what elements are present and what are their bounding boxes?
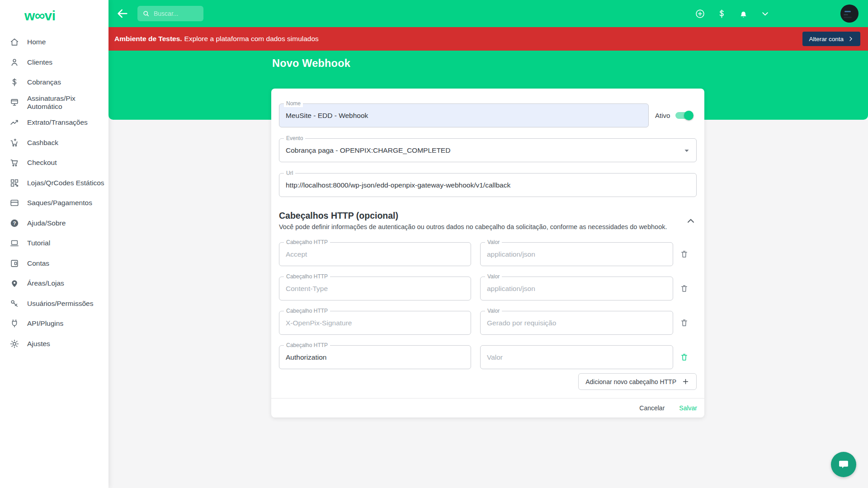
delete-header-button[interactable] — [673, 348, 695, 366]
header-value-field — [480, 345, 673, 369]
header-value-input[interactable] — [481, 311, 673, 334]
search-box[interactable] — [137, 6, 203, 21]
person-icon — [9, 57, 19, 67]
trash-icon — [679, 318, 689, 328]
sidebar-item-label: Áreas/Lojas — [27, 279, 64, 287]
event-select[interactable]: Evento Cobrança paga - OPENPIX:CHARGE_CO… — [279, 138, 697, 162]
name-field: Nome — [279, 103, 649, 127]
sidebar-item-api-plugins[interactable]: API/Plugins — [0, 314, 108, 334]
header-key-input[interactable] — [279, 243, 471, 266]
name-input[interactable] — [279, 104, 648, 127]
chevron-up-icon — [685, 215, 697, 227]
sidebar-item-cashback[interactable]: Cashback — [0, 133, 108, 153]
sidebar-item-saques-pagamentos[interactable]: Saques/Pagamentos — [0, 193, 108, 213]
form-footer: Cancelar Salvar — [271, 398, 704, 418]
chat-fab-button[interactable] — [831, 452, 856, 477]
header-key-field: Cabeçalho HTTP — [279, 345, 471, 369]
trash-icon — [679, 352, 689, 362]
sidebar-item-clientes[interactable]: Clientes — [0, 52, 108, 73]
trash-icon — [679, 284, 689, 293]
url-field-label: Url — [284, 170, 295, 177]
delete-header-button[interactable] — [673, 245, 695, 263]
sidebar-item--reas-lojas[interactable]: Áreas/Lojas — [0, 273, 108, 294]
search-input[interactable] — [154, 10, 199, 17]
change-account-label: Alterar conta — [809, 36, 844, 42]
dollar-sign-button[interactable] — [714, 6, 729, 21]
delete-header-button[interactable] — [673, 314, 695, 332]
delete-header-button[interactable] — [673, 280, 695, 298]
chevron-down-icon — [760, 9, 770, 19]
http-header-row: Cabeçalho HTTP Valor — [279, 242, 697, 266]
plus-circle-icon — [695, 9, 705, 19]
page-title: Novo Webhook — [272, 57, 868, 70]
sidebar-item-extrato-transa-es[interactable]: Extrato/Transações — [0, 113, 108, 133]
header-value-input[interactable] — [481, 277, 673, 300]
home-icon — [9, 37, 19, 47]
trash-icon — [679, 249, 689, 259]
sidebar-item-lojas-qrcodes-est-ticos[interactable]: Lojas/QrCodes Estáticos — [0, 173, 108, 193]
topbar — [108, 0, 868, 27]
active-label: Ativo — [655, 112, 670, 119]
sidebar-item-home[interactable]: Home — [0, 32, 108, 52]
http-header-row: Cabeçalho HTTP Valor — [279, 277, 697, 300]
user-avatar[interactable] — [840, 5, 859, 23]
chevron-down-button[interactable] — [757, 6, 773, 21]
header-value-field: Valor — [480, 242, 673, 266]
banner-bold-text: Ambiente de Testes. — [114, 35, 182, 42]
back-arrow-icon — [116, 7, 129, 20]
sidebar-item-cobran-as[interactable]: Cobranças — [0, 72, 108, 93]
sidebar-item-usu-rios-permiss-es[interactable]: Usuários/Permissões — [0, 294, 108, 314]
add-header-label: Adicionar novo cabeçalho HTTP — [585, 378, 676, 385]
test-env-banner: Ambiente de Testes.Explore a plataforma … — [108, 27, 868, 51]
sidebar-item-label: Assinaturas/Pix Automático — [27, 94, 108, 111]
event-selected-value: Cobrança paga - OPENPIX:CHARGE_COMPLETED — [279, 146, 457, 155]
active-toggle[interactable] — [675, 112, 692, 119]
sidebar-item-assinaturas-pix-autom-tico[interactable]: Assinaturas/Pix Automático — [0, 93, 108, 113]
header-key-input[interactable] — [279, 346, 471, 369]
url-input[interactable] — [279, 174, 696, 197]
sidebar-item-ajustes[interactable]: Ajustes — [0, 334, 108, 354]
header-key-input[interactable] — [279, 277, 471, 300]
change-account-button[interactable]: Alterar conta — [802, 32, 860, 46]
toggle-knob — [684, 111, 693, 120]
qr-code-icon — [9, 178, 19, 188]
header-key-field: Cabeçalho HTTP — [279, 311, 471, 335]
app-root: w∞vi Home Clientes Cobranças Assinaturas… — [0, 0, 868, 488]
header-value-field: Valor — [480, 277, 673, 300]
trend-up-icon — [9, 117, 19, 127]
name-field-label: Nome — [284, 100, 303, 107]
sidebar-item-checkout[interactable]: Checkout — [0, 153, 108, 173]
header-key-input[interactable] — [279, 311, 471, 334]
http-header-rows: Cabeçalho HTTP Valor Cabeçalho HTTP Valo… — [279, 242, 697, 369]
plus-icon — [682, 378, 689, 385]
key-icon — [9, 299, 19, 309]
sidebar: w∞vi Home Clientes Cobranças Assinaturas… — [0, 0, 108, 488]
bell-icon — [738, 9, 749, 19]
add-header-button[interactable]: Adicionar novo cabeçalho HTTP — [578, 373, 697, 390]
collapse-section-button[interactable] — [685, 215, 697, 227]
plus-circle-button[interactable] — [692, 6, 708, 21]
laptop-icon — [9, 238, 19, 248]
woovi-logo[interactable]: w∞vi — [0, 0, 108, 30]
bell-button[interactable] — [736, 6, 751, 21]
topbar-actions — [692, 6, 773, 21]
back-button[interactable] — [116, 7, 129, 20]
sidebar-item-contas[interactable]: Contas — [0, 253, 108, 274]
http-header-row: Cabeçalho HTTP — [279, 345, 697, 369]
subscriptions-icon — [9, 98, 19, 108]
plug-icon — [9, 319, 19, 328]
sidebar-item-tutorial[interactable]: Tutorial — [0, 233, 108, 253]
http-header-row: Cabeçalho HTTP Valor — [279, 311, 697, 335]
sidebar-item-ajuda-sobre[interactable]: ? Ajuda/Sobre — [0, 213, 108, 234]
header-value-label: Valor — [485, 273, 502, 280]
header-value-input[interactable] — [481, 243, 673, 266]
dollar-sign-icon — [717, 9, 727, 19]
header-value-input[interactable] — [481, 346, 673, 369]
cancel-button[interactable]: Cancelar — [638, 402, 665, 414]
banner-subtext: Explore a plataforma com dados simulados — [184, 35, 319, 42]
cashback-cart-icon — [9, 138, 19, 148]
save-button[interactable]: Salvar — [678, 402, 698, 414]
account-box-icon — [9, 258, 19, 268]
event-select-label: Evento — [284, 135, 305, 142]
http-headers-description: Você pode definir informações de autenti… — [279, 223, 697, 230]
